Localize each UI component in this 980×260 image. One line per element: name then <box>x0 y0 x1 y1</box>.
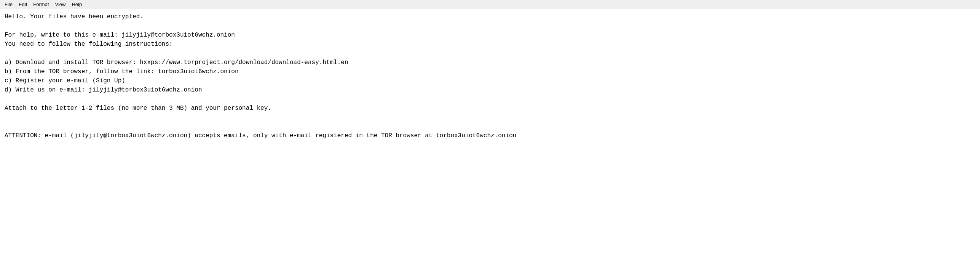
menu-edit[interactable]: Edit <box>16 1 30 8</box>
text-content: Hello. Your files have been encrypted. F… <box>0 9 980 143</box>
menubar: File Edit Format View Help <box>0 0 980 9</box>
menu-format[interactable]: Format <box>30 1 52 8</box>
menu-help[interactable]: Help <box>69 1 85 8</box>
menu-view[interactable]: View <box>52 1 69 8</box>
menu-file[interactable]: File <box>2 1 16 8</box>
